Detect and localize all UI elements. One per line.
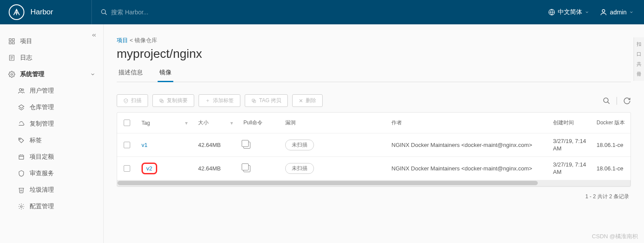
svg-point-25 xyxy=(604,98,608,103)
app-header: Harbor 中文简体 admin xyxy=(0,0,644,24)
col-created[interactable]: 创建时间 xyxy=(553,120,574,126)
table-row: v2 42.64MB 未扫描 NGINX Docker Maintainers … xyxy=(117,157,631,180)
col-tag[interactable]: Tag xyxy=(142,120,150,126)
sidebar-item-registries[interactable]: 仓库管理 xyxy=(0,99,103,116)
scrollbar-thumb[interactable] xyxy=(118,181,538,185)
trash-icon xyxy=(17,186,25,193)
cell-docker: 18.06.1-ce xyxy=(597,165,623,172)
copy-icon xyxy=(251,98,256,103)
breadcrumb-root[interactable]: 项目 xyxy=(117,37,128,43)
right-rail[interactable]: 扣口共冊 xyxy=(634,37,644,81)
divider xyxy=(617,97,617,105)
tab-images[interactable]: 镜像 xyxy=(158,64,173,82)
tag-link[interactable]: v1 xyxy=(142,142,148,148)
chevron-down-icon xyxy=(585,10,589,14)
scan-button[interactable]: 扫描 xyxy=(117,94,148,107)
row-checkbox[interactable] xyxy=(124,142,130,148)
select-all-checkbox[interactable] xyxy=(124,120,130,126)
row-checkbox[interactable] xyxy=(124,165,130,172)
sidebar: 项目 日志 系统管理 用户管理 仓库管理 复制管理 标签 项目定 xyxy=(0,24,104,243)
logo-section: Harbor xyxy=(0,4,91,20)
cell-author: NGINX Docker Maintainers <docker-maint@n… xyxy=(391,165,532,172)
svg-line-26 xyxy=(607,102,610,104)
tag-copy-button[interactable]: TAG 拷贝 xyxy=(245,94,288,107)
cell-size: 42.64MB xyxy=(198,165,221,172)
search-input[interactable] xyxy=(111,9,242,16)
sidebar-item-interrogation[interactable]: 审查服务 xyxy=(0,165,103,182)
col-author[interactable]: 作者 xyxy=(391,119,402,126)
sidebar-item-label: 项目定额 xyxy=(30,153,54,161)
add-tag-button[interactable]: ＋添加标签 xyxy=(199,94,240,107)
scan-shield-icon xyxy=(123,98,128,103)
close-icon: ✕ xyxy=(299,98,303,104)
svg-rect-5 xyxy=(12,39,14,41)
table-header: Tag▾ 大小▾ Pull命令 漏洞 作者 创建时间 Docker 版本 xyxy=(117,113,631,133)
filter-icon[interactable]: ▾ xyxy=(185,120,188,126)
copy-pull-icon[interactable] xyxy=(243,165,250,172)
sidebar-item-quota[interactable]: 项目定额 xyxy=(0,149,103,165)
language-selector[interactable]: 中文简体 xyxy=(548,8,589,16)
harbor-logo-icon xyxy=(9,4,24,20)
svg-point-12 xyxy=(11,73,13,75)
table-row: v1 42.64MB 未扫描 NGINX Docker Maintainers … xyxy=(117,133,631,157)
toolbar: 扫描 复制摘要 ＋添加标签 TAG 拷贝 ✕删除 xyxy=(117,94,631,107)
delete-button[interactable]: ✕删除 xyxy=(292,94,323,107)
tabs: 描述信息 镜像 xyxy=(117,64,631,82)
copy-digest-button[interactable]: 复制摘要 xyxy=(152,94,194,107)
chevron-down-icon xyxy=(90,72,95,77)
user-label: admin xyxy=(610,9,627,16)
sidebar-item-label: 复制管理 xyxy=(30,120,54,128)
cell-size: 42.64MB xyxy=(198,142,221,148)
sidebar-item-label: 仓库管理 xyxy=(30,103,54,111)
svg-rect-7 xyxy=(12,42,14,44)
sidebar-item-label: 日志 xyxy=(20,54,32,62)
copy-icon xyxy=(159,98,164,103)
sidebar-item-label: 审查服务 xyxy=(30,170,54,177)
tab-info[interactable]: 描述信息 xyxy=(117,64,145,82)
replication-icon xyxy=(17,120,25,127)
sidebar-item-labels[interactable]: 标签 xyxy=(0,132,103,149)
search-icon xyxy=(101,9,108,16)
chevron-down-icon xyxy=(629,10,634,14)
sidebar-collapse-icon[interactable] xyxy=(91,32,97,38)
sidebar-item-logs[interactable]: 日志 xyxy=(0,50,103,66)
plus-icon: ＋ xyxy=(205,97,210,104)
svg-point-20 xyxy=(20,206,22,207)
sidebar-item-users[interactable]: 用户管理 xyxy=(0,83,103,99)
col-vuln[interactable]: 漏洞 xyxy=(285,119,296,126)
copy-pull-icon[interactable] xyxy=(243,142,250,149)
sidebar-item-gc[interactable]: 垃圾清理 xyxy=(0,182,103,198)
sidebar-item-label: 垃圾清理 xyxy=(30,186,54,194)
sidebar-item-label: 项目 xyxy=(20,37,32,45)
projects-icon xyxy=(8,38,16,45)
horizontal-scrollbar[interactable] xyxy=(117,180,631,186)
cell-docker: 18.06.1-ce xyxy=(597,142,623,148)
sidebar-item-replication[interactable]: 复制管理 xyxy=(0,116,103,132)
globe-icon xyxy=(548,9,555,16)
svg-point-15 xyxy=(20,139,20,140)
vuln-badge: 未扫描 xyxy=(285,140,314,150)
cell-author: NGINX Docker Maintainers <docker-maint@n… xyxy=(391,142,532,148)
cell-created: 3/27/19, 7:14 AM xyxy=(553,161,586,176)
col-docker[interactable]: Docker 版本 xyxy=(597,119,625,126)
tag-link[interactable]: v2 xyxy=(146,165,152,172)
search-area xyxy=(91,0,538,24)
svg-rect-6 xyxy=(9,42,11,44)
registry-icon xyxy=(17,104,25,111)
user-menu[interactable]: admin xyxy=(600,8,634,16)
sidebar-item-label: 标签 xyxy=(30,136,42,144)
svg-rect-4 xyxy=(9,39,11,41)
vuln-badge: 未扫描 xyxy=(285,163,314,174)
col-size[interactable]: 大小 xyxy=(198,119,209,126)
sidebar-item-config[interactable]: 配置管理 xyxy=(0,198,103,215)
search-icon[interactable] xyxy=(603,97,610,105)
svg-rect-16 xyxy=(19,155,24,159)
language-label: 中文简体 xyxy=(558,8,582,16)
sidebar-item-admin[interactable]: 系统管理 xyxy=(0,66,103,83)
sidebar-item-projects[interactable]: 项目 xyxy=(0,33,103,50)
filter-icon[interactable]: ▾ xyxy=(230,120,233,126)
admin-icon xyxy=(8,71,16,78)
refresh-icon[interactable] xyxy=(623,97,631,105)
col-pull[interactable]: Pull命令 xyxy=(243,119,263,126)
brand-name: Harbor xyxy=(30,8,53,17)
